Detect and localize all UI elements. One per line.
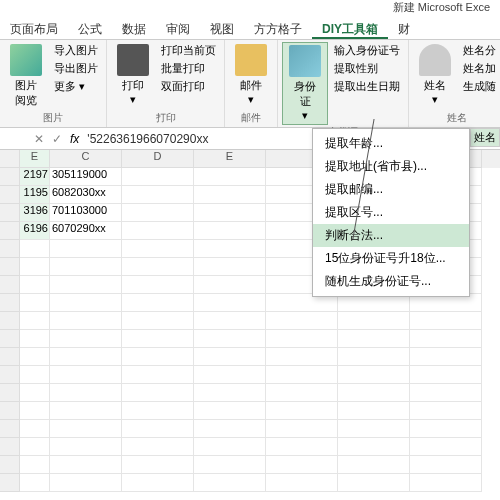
- cell[interactable]: [338, 456, 410, 474]
- cell[interactable]: [50, 402, 122, 420]
- formula-value[interactable]: '5226361966070290xx: [83, 132, 208, 146]
- cell[interactable]: [20, 330, 50, 348]
- picture-more-button[interactable]: 更多 ▾: [50, 78, 102, 95]
- cell[interactable]: [20, 366, 50, 384]
- cell[interactable]: [50, 240, 122, 258]
- col-d[interactable]: D: [122, 150, 194, 168]
- cell[interactable]: [122, 240, 194, 258]
- row-header[interactable]: [0, 474, 20, 492]
- cell[interactable]: [50, 420, 122, 438]
- tab-formula[interactable]: 公式: [68, 18, 112, 39]
- row-header[interactable]: [0, 420, 20, 438]
- cell[interactable]: [194, 438, 266, 456]
- cell[interactable]: [50, 438, 122, 456]
- cell[interactable]: [266, 312, 338, 330]
- cell[interactable]: [338, 402, 410, 420]
- cell[interactable]: 701103000: [50, 204, 122, 222]
- cell[interactable]: [20, 384, 50, 402]
- cell[interactable]: [122, 330, 194, 348]
- cell[interactable]: [266, 456, 338, 474]
- print-button[interactable]: 打印 ▾: [111, 42, 155, 108]
- row-header[interactable]: [0, 402, 20, 420]
- cell[interactable]: [410, 420, 482, 438]
- cell[interactable]: [266, 438, 338, 456]
- cell[interactable]: [50, 276, 122, 294]
- cell[interactable]: [20, 456, 50, 474]
- cell[interactable]: [338, 438, 410, 456]
- import-picture-button[interactable]: 导入图片: [50, 42, 102, 59]
- cell[interactable]: [338, 474, 410, 492]
- cell[interactable]: [50, 312, 122, 330]
- enter-id-button[interactable]: 输入身份证号: [330, 42, 404, 59]
- export-picture-button[interactable]: 导出图片: [50, 60, 102, 77]
- cell[interactable]: [50, 330, 122, 348]
- cell[interactable]: [194, 330, 266, 348]
- cell[interactable]: [266, 474, 338, 492]
- cell[interactable]: [122, 456, 194, 474]
- row-header[interactable]: [0, 168, 20, 186]
- cell[interactable]: [122, 186, 194, 204]
- cell[interactable]: [20, 402, 50, 420]
- col-partial[interactable]: E: [20, 150, 50, 168]
- cell[interactable]: [194, 204, 266, 222]
- cell[interactable]: [122, 294, 194, 312]
- cell[interactable]: [20, 276, 50, 294]
- name-button[interactable]: 姓名 ▾: [413, 42, 457, 108]
- cell[interactable]: [194, 456, 266, 474]
- cell[interactable]: [50, 474, 122, 492]
- cancel-icon[interactable]: ✕: [30, 132, 48, 146]
- cell[interactable]: [50, 456, 122, 474]
- row-header[interactable]: [0, 330, 20, 348]
- col-e[interactable]: E: [194, 150, 266, 168]
- dropdown-item[interactable]: 随机生成身份证号...: [313, 270, 469, 293]
- cell[interactable]: [50, 258, 122, 276]
- cell[interactable]: [266, 384, 338, 402]
- row-header[interactable]: [0, 438, 20, 456]
- cell[interactable]: [122, 402, 194, 420]
- cell[interactable]: [122, 276, 194, 294]
- cell[interactable]: 1195: [20, 186, 50, 204]
- id-button[interactable]: 身份 证 ▾: [282, 42, 328, 125]
- row-header[interactable]: [0, 384, 20, 402]
- cell[interactable]: [194, 258, 266, 276]
- row-header[interactable]: [0, 348, 20, 366]
- cell[interactable]: [50, 348, 122, 366]
- cell[interactable]: [410, 330, 482, 348]
- cell[interactable]: [194, 240, 266, 258]
- extract-dob-button[interactable]: 提取出生日期: [330, 78, 404, 95]
- tab-ffgz[interactable]: 方方格子: [244, 18, 312, 39]
- cell[interactable]: [410, 438, 482, 456]
- fx-label[interactable]: fx: [66, 132, 83, 146]
- cell[interactable]: 6196: [20, 222, 50, 240]
- cell[interactable]: [338, 330, 410, 348]
- cell[interactable]: [122, 384, 194, 402]
- right-col-header[interactable]: 姓名: [470, 128, 500, 147]
- cell[interactable]: [20, 240, 50, 258]
- cell[interactable]: 6070290xx: [50, 222, 122, 240]
- row-header[interactable]: [0, 222, 20, 240]
- row-header[interactable]: [0, 258, 20, 276]
- mail-button[interactable]: 邮件 ▾: [229, 42, 273, 108]
- cell[interactable]: [410, 312, 482, 330]
- row-header[interactable]: [0, 204, 20, 222]
- cell[interactable]: 3196: [20, 204, 50, 222]
- name-split-button[interactable]: 姓名分: [459, 42, 500, 59]
- cell[interactable]: [266, 330, 338, 348]
- cell[interactable]: [20, 258, 50, 276]
- name-add-button[interactable]: 姓名加: [459, 60, 500, 77]
- cell[interactable]: [410, 366, 482, 384]
- cell[interactable]: [338, 420, 410, 438]
- cell[interactable]: [194, 366, 266, 384]
- tab-review[interactable]: 审阅: [156, 18, 200, 39]
- cell[interactable]: [20, 420, 50, 438]
- cell[interactable]: [122, 348, 194, 366]
- select-all-corner[interactable]: [0, 150, 20, 168]
- cell[interactable]: 2197: [20, 168, 50, 186]
- cell[interactable]: [410, 348, 482, 366]
- cell[interactable]: [194, 384, 266, 402]
- cell[interactable]: [194, 474, 266, 492]
- print-current-button[interactable]: 打印当前页: [157, 42, 220, 59]
- cell[interactable]: [50, 366, 122, 384]
- dropdown-item[interactable]: 判断合法...: [313, 224, 469, 247]
- duplex-print-button[interactable]: 双面打印: [157, 78, 220, 95]
